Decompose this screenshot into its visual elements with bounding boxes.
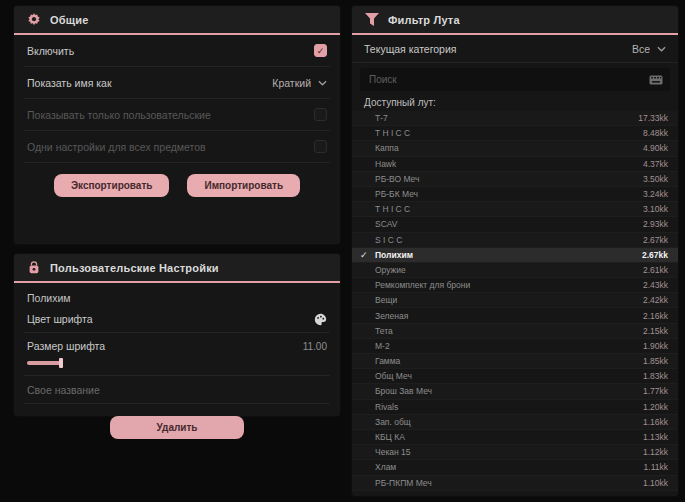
loot-item-name: Тета bbox=[375, 326, 393, 336]
same-settings-checkbox[interactable] bbox=[314, 140, 327, 153]
loot-item-value: 3.24kk bbox=[643, 189, 668, 199]
loot-item-value: 1.11kk bbox=[644, 462, 668, 472]
font-color-label: Цвет шрифта bbox=[27, 313, 93, 325]
custom-name-input[interactable] bbox=[24, 384, 330, 396]
loot-list-item[interactable]: ✓ T H I C C 3.10kk bbox=[352, 202, 678, 217]
loot-item-value: 1.16kk bbox=[643, 417, 668, 427]
loot-item-value: 1.13kk bbox=[643, 432, 668, 442]
loot-item-name: Зап. общ bbox=[375, 417, 411, 427]
user-settings-title: Пользовательские Настройки bbox=[50, 262, 219, 274]
category-label: Текущая категория bbox=[364, 43, 457, 55]
same-settings-row: Одни настройки для всех предметов bbox=[24, 131, 330, 163]
loot-item-value: 2.67kk bbox=[643, 235, 668, 245]
loot-list-item[interactable]: ✓ Каппа 4.90kk bbox=[352, 141, 678, 156]
loot-item-name: SCAV bbox=[375, 219, 398, 229]
loot-item-value: 4.90kk bbox=[643, 143, 668, 153]
font-size-slider[interactable] bbox=[27, 358, 327, 368]
font-size-value: 11.00 bbox=[303, 341, 327, 352]
loot-item-name: Вещи bbox=[375, 295, 397, 305]
only-custom-row: Показывать только пользовательские bbox=[24, 99, 330, 131]
user-settings-header: Пользовательские Настройки bbox=[14, 254, 340, 283]
loot-item-name: Гамма bbox=[375, 356, 400, 366]
loot-list-item[interactable]: ✓ Хлам 1.11kk bbox=[352, 460, 678, 475]
loot-item-value: 1.77kk bbox=[643, 386, 668, 396]
loot-item-value: 2.93kk bbox=[643, 219, 668, 229]
loot-list-item[interactable]: ✓ РБ-ПКПМ Меч 1.10kk bbox=[352, 476, 678, 491]
search-input[interactable] bbox=[367, 73, 649, 86]
enable-label: Включить bbox=[27, 45, 74, 57]
loot-list-item[interactable]: ✓ Оружие 2.61kk bbox=[352, 263, 678, 278]
loot-item-name: Чекан 15 bbox=[375, 447, 411, 457]
font-color-row: Цвет шрифта bbox=[24, 306, 330, 333]
loot-list-item[interactable]: ✓ S I C C 2.67kk bbox=[352, 233, 678, 248]
loot-item-name: Зеленая bbox=[375, 311, 408, 321]
loot-item-value: 4.37kk bbox=[643, 159, 668, 169]
loot-item-value: 1.90kk bbox=[643, 341, 668, 351]
chevron-down-icon bbox=[657, 46, 666, 52]
custom-name-row bbox=[24, 376, 330, 404]
loot-item-name: Хлам bbox=[375, 462, 396, 472]
user-settings-icon bbox=[27, 261, 41, 275]
loot-item-name: РБ-БК Меч bbox=[375, 189, 418, 199]
show-name-dropdown[interactable]: Краткий bbox=[272, 77, 327, 89]
loot-item-value: 2.16kk bbox=[643, 311, 668, 321]
loot-item-name: Ремкомплект для брони bbox=[375, 280, 470, 290]
loot-list-item[interactable]: ✓ РБ-ВО Меч 3.50kk bbox=[352, 172, 678, 187]
loot-list-item[interactable]: ✓ РБ-БК Меч 3.24kk bbox=[352, 187, 678, 202]
export-button[interactable]: Экспортировать bbox=[54, 174, 170, 197]
loot-list-item[interactable]: ✓ Hawk 4.37kk bbox=[352, 157, 678, 172]
search-bar[interactable] bbox=[360, 68, 670, 91]
enable-checkbox[interactable]: ✓ bbox=[314, 44, 327, 57]
loot-item-name: Hawk bbox=[375, 159, 396, 169]
loot-list-item[interactable]: ✓ Т-7 17.33kk bbox=[352, 111, 678, 126]
loot-list-item[interactable]: ✓ Зеленая 2.16kk bbox=[352, 308, 678, 323]
show-name-value: Краткий bbox=[272, 77, 311, 89]
check-icon: ✓ bbox=[360, 250, 368, 260]
loot-list-item[interactable]: ✓ Rivals 1.20kk bbox=[352, 400, 678, 415]
loot-item-value: 3.50kk bbox=[643, 174, 668, 184]
palette-icon[interactable] bbox=[314, 313, 327, 326]
category-dropdown[interactable]: Все bbox=[632, 43, 666, 55]
loot-list-item[interactable]: ✓ Полихим 2.67kk bbox=[352, 248, 678, 263]
loot-item-value: 2.15kk bbox=[643, 326, 668, 336]
available-loot-label: Доступный лут: bbox=[352, 94, 678, 111]
loot-item-value: 2.61kk bbox=[643, 265, 668, 275]
loot-item-name: М-2 bbox=[375, 341, 390, 351]
loot-list-item[interactable]: ✓ М-2 1.90kk bbox=[352, 339, 678, 354]
loot-item-name: Брош Зав Меч bbox=[375, 386, 432, 396]
loot-list-item[interactable]: ✓ SCAV 2.93kk bbox=[352, 217, 678, 232]
loot-item-name: РБ-ПКПМ Меч bbox=[375, 478, 432, 488]
user-settings-panel: Пользовательские Настройки Полихим Цвет … bbox=[14, 254, 340, 416]
keyboard-icon[interactable] bbox=[649, 75, 663, 85]
loot-item-value: 17.33kk bbox=[638, 113, 668, 123]
loot-item-name: Полихим bbox=[375, 250, 413, 260]
loot-list-item[interactable]: ✓ T H I C C 8.48kk bbox=[352, 126, 678, 141]
slider-handle[interactable] bbox=[59, 358, 63, 368]
loot-item-name: РБ-ВО Меч bbox=[375, 174, 420, 184]
loot-list-item[interactable]: ✓ Общ Меч 1.83kk bbox=[352, 369, 678, 384]
loot-list-item[interactable]: ✓ Тета 2.15kk bbox=[352, 324, 678, 339]
loot-list: ✓ Т-7 17.33kk ✓ T H I C C 8.48kk ✓ Каппа… bbox=[352, 111, 678, 491]
same-settings-label: Одни настройки для всех предметов bbox=[27, 141, 206, 153]
loot-item-name: Общ Меч bbox=[375, 371, 412, 381]
loot-list-item[interactable]: ✓ Брош Зав Меч 1.77kk bbox=[352, 384, 678, 399]
loot-list-item[interactable]: ✓ Чекан 15 1.12kk bbox=[352, 445, 678, 460]
loot-item-name: КБЦ КА bbox=[375, 432, 405, 442]
general-panel-header: Общие bbox=[14, 6, 340, 35]
only-custom-checkbox[interactable] bbox=[314, 108, 327, 121]
loot-filter-header: Фильтр Лута bbox=[352, 6, 678, 35]
loot-list-item[interactable]: ✓ Ремкомплект для брони 2.43kk bbox=[352, 278, 678, 293]
loot-list-item[interactable]: ✓ КБЦ КА 1.13kk bbox=[352, 430, 678, 445]
loot-item-value: 8.48kk bbox=[643, 128, 668, 138]
loot-list-item[interactable]: ✓ Вещи 2.42kk bbox=[352, 293, 678, 308]
loot-list-item[interactable]: ✓ Гамма 1.85kk bbox=[352, 354, 678, 369]
font-size-label: Размер шрифта bbox=[27, 340, 105, 352]
loot-item-value: 1.20kk bbox=[643, 402, 668, 412]
import-button[interactable]: Импортировать bbox=[187, 174, 300, 197]
delete-button[interactable]: Удалить bbox=[110, 416, 243, 439]
category-row: Текущая категория Все bbox=[352, 35, 678, 63]
loot-list-item[interactable]: ✓ Зап. общ 1.16kk bbox=[352, 415, 678, 430]
general-panel-title: Общие bbox=[50, 14, 89, 26]
selected-item-name: Полихим bbox=[27, 292, 327, 304]
funnel-icon bbox=[365, 13, 379, 26]
